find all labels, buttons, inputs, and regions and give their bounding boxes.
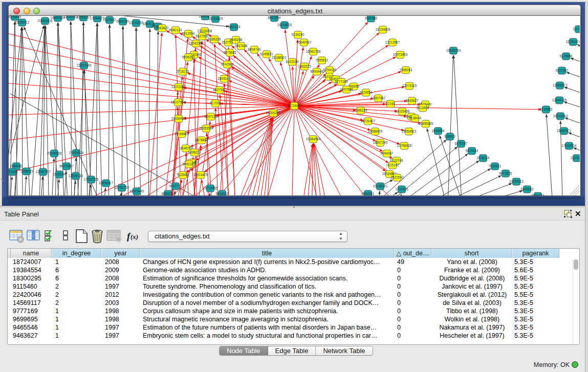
svg-text:16033809: 16033809 <box>208 17 223 20</box>
svg-text:10899695: 10899695 <box>419 122 433 125</box>
svg-text:20691406: 20691406 <box>38 19 53 23</box>
svg-text:7986322: 7986322 <box>355 108 367 112</box>
svg-text:391194: 391194 <box>9 170 18 173</box>
svg-text:8471626: 8471626 <box>499 171 512 175</box>
svg-text:18724007: 18724007 <box>287 104 302 107</box>
svg-text:10654112: 10654112 <box>509 180 524 183</box>
svg-text:9134190: 9134190 <box>292 33 304 36</box>
svg-text:62160: 62160 <box>386 102 395 105</box>
svg-text:9327503: 9327503 <box>196 34 209 38</box>
svg-text:8454749: 8454749 <box>248 48 261 51</box>
svg-text:7485063: 7485063 <box>400 68 412 72</box>
svg-text:16914479: 16914479 <box>193 173 208 177</box>
svg-text:2803144: 2803144 <box>218 77 231 80</box>
svg-text:17359924: 17359924 <box>69 151 84 155</box>
svg-text:15751074: 15751074 <box>566 40 580 43</box>
svg-text:6794028: 6794028 <box>323 68 336 72</box>
svg-text:10756928: 10756928 <box>397 144 412 147</box>
svg-text:2935114: 2935114 <box>477 156 490 160</box>
svg-text:8954001: 8954001 <box>362 192 375 195</box>
svg-text:16154808: 16154808 <box>376 28 390 31</box>
svg-text:16961758: 16961758 <box>306 50 321 53</box>
svg-text:15692971: 15692971 <box>557 129 572 133</box>
svg-text:12975115: 12975115 <box>402 84 417 87</box>
svg-text:17016504: 17016504 <box>562 144 577 147</box>
svg-text:1156829: 1156829 <box>20 169 33 173</box>
svg-text:2867608: 2867608 <box>235 44 248 48</box>
svg-text:8267130: 8267130 <box>205 115 217 118</box>
svg-text:10807487: 10807487 <box>371 96 386 100</box>
svg-text:19654923: 19654923 <box>171 117 186 120</box>
svg-text:1362615: 1362615 <box>298 64 311 68</box>
svg-text:11353594: 11353594 <box>199 126 213 130</box>
svg-text:10653267: 10653267 <box>76 16 91 19</box>
svg-text:12213967: 12213967 <box>385 40 400 44</box>
svg-text:6497568: 6497568 <box>340 87 353 91</box>
svg-text:9227342: 9227342 <box>556 69 569 72</box>
svg-text:7625402: 7625402 <box>177 173 189 177</box>
svg-text:(x): (x) <box>130 233 138 240</box>
svg-text:21053346: 21053346 <box>77 63 92 67</box>
svg-text:8508839: 8508839 <box>9 16 21 18</box>
svg-text:7663822: 7663822 <box>156 26 169 30</box>
svg-text:9129966: 9129966 <box>560 54 573 58</box>
svg-text:1117340: 1117340 <box>573 27 580 31</box>
svg-text:8960124: 8960124 <box>169 28 182 32</box>
svg-text:8990448: 8990448 <box>311 70 323 73</box>
svg-text:23188520: 23188520 <box>272 56 287 59</box>
svg-text:8215953: 8215953 <box>540 107 553 111</box>
svg-text:18300295: 18300295 <box>266 111 281 115</box>
svg-text:16648764: 16648764 <box>446 49 461 52</box>
svg-text:12213369: 12213369 <box>171 85 186 89</box>
svg-text:9242848: 9242848 <box>221 62 234 66</box>
svg-text:19218906: 19218906 <box>277 23 292 27</box>
svg-text:9084067: 9084067 <box>381 151 394 155</box>
svg-text:12093573: 12093573 <box>553 83 568 87</box>
svg-text:8654021: 8654021 <box>162 192 175 195</box>
svg-text:12505135: 12505135 <box>69 174 83 178</box>
svg-text:15640910: 15640910 <box>297 40 312 44</box>
svg-text:9463627: 9463627 <box>406 99 419 102</box>
svg-text:2087682: 2087682 <box>365 16 378 20</box>
svg-text:8878832: 8878832 <box>195 138 208 142</box>
svg-text:9245652: 9245652 <box>521 187 534 191</box>
svg-text:12923445: 12923445 <box>129 189 144 193</box>
svg-text:19654923: 19654923 <box>402 129 417 133</box>
svg-text:23226058: 23226058 <box>198 29 212 33</box>
svg-text:98975887: 98975887 <box>59 164 74 168</box>
svg-text:1733426: 1733426 <box>396 187 408 191</box>
svg-text:8813054: 8813054 <box>268 16 281 19</box>
svg-text:15136141: 15136141 <box>373 184 388 188</box>
svg-text:17957225: 17957225 <box>84 178 99 181</box>
svg-text:19384554: 19384554 <box>306 137 321 141</box>
svg-text:9518444: 9518444 <box>409 116 422 120</box>
svg-text:12942757: 12942757 <box>36 170 51 173</box>
svg-text:2718176: 2718176 <box>177 70 189 73</box>
svg-text:9875685: 9875685 <box>224 51 236 54</box>
svg-text:9462101: 9462101 <box>183 162 195 166</box>
svg-text:9896202: 9896202 <box>182 55 195 59</box>
svg-text:1615192: 1615192 <box>386 163 399 167</box>
svg-text:10973493: 10973493 <box>393 53 408 56</box>
svg-text:9457771: 9457771 <box>169 184 182 188</box>
svg-text:1498222: 1498222 <box>188 150 201 154</box>
svg-text:10719155: 10719155 <box>129 21 144 25</box>
svg-text:16107554: 16107554 <box>171 100 186 104</box>
svg-text:2522540: 2522540 <box>391 176 404 179</box>
svg-text:9474444: 9474444 <box>466 149 478 152</box>
svg-text:6966160: 6966160 <box>117 19 129 23</box>
svg-text:9146821: 9146821 <box>260 52 273 56</box>
svg-text:19166829: 19166829 <box>175 132 189 136</box>
svg-text:10688609: 10688609 <box>368 129 383 133</box>
svg-text:1167533: 1167533 <box>571 156 580 160</box>
svg-text:3113400: 3113400 <box>417 106 429 110</box>
svg-text:7632621: 7632621 <box>489 164 502 168</box>
svg-text:7955812: 7955812 <box>316 58 329 62</box>
svg-text:20206536: 20206536 <box>47 151 62 155</box>
svg-text:8322034: 8322034 <box>286 60 299 63</box>
svg-text:15720407: 15720407 <box>361 119 376 123</box>
svg-text:16782759: 16782759 <box>115 186 129 189</box>
svg-text:16210643: 16210643 <box>553 114 568 118</box>
svg-text:7857224: 7857224 <box>228 25 241 29</box>
svg-text:16543362: 16543362 <box>189 41 204 45</box>
